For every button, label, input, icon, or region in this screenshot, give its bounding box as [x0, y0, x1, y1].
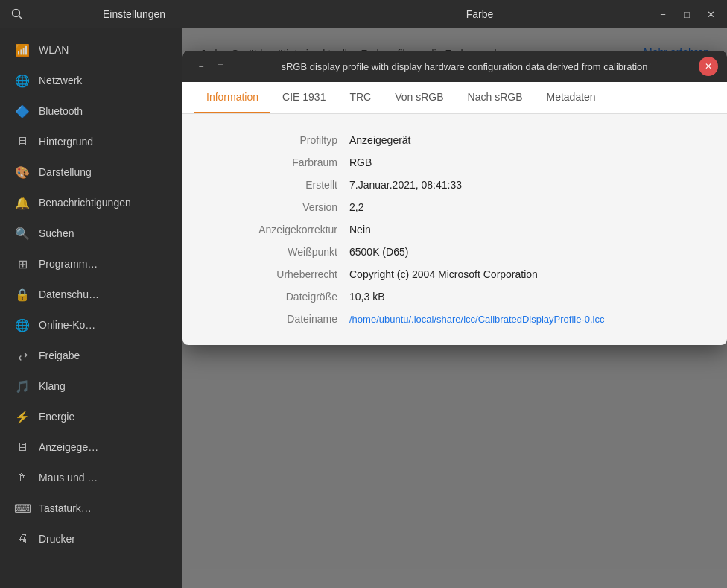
sidebar-item-label-benachrichtigungen: Benachrichtigungen: [39, 197, 131, 209]
suchen-icon: 🔍: [15, 226, 30, 241]
info-row: Weißpunkt6500K (D65): [200, 241, 709, 263]
sidebar: 📶 WLAN 🌐 Netzwerk 🔷 Bluetooth 🖥 Hintergr…: [0, 28, 182, 588]
info-row: UrheberrechtCopyright (c) 2004 Microsoft…: [200, 263, 709, 285]
info-label: Urheberrecht: [200, 268, 349, 280]
modal-title-bar: − □ sRGB display profile with display ha…: [182, 51, 727, 82]
sidebar-item-energie[interactable]: ⚡ Energie: [3, 402, 180, 431]
info-value: 2,2: [349, 201, 364, 213]
info-value: 6500K (D65): [349, 246, 408, 258]
info-value: Copyright (c) 2004 Microsoft Corporation: [349, 268, 538, 280]
tastatur-icon: ⌨: [15, 501, 30, 516]
sidebar-item-maus[interactable]: 🖱 Maus und …: [3, 463, 180, 493]
info-value: 10,3 kB: [349, 291, 384, 303]
sidebar-item-label-suchen: Suchen: [39, 227, 74, 239]
info-label: Anzeigekorrektur: [200, 224, 349, 235]
sidebar-item-anzeige[interactable]: 🖥 Anzeigege…: [3, 432, 180, 462]
sidebar-item-tastatur[interactable]: ⌨ Tastaturk…: [3, 493, 180, 523]
tab-cie1931[interactable]: CIE 1931: [270, 82, 337, 113]
tab-nachSrgb[interactable]: Nach sRGB: [456, 82, 535, 113]
benachrichtigungen-icon: 🔔: [15, 195, 30, 210]
info-row: Dateigröße10,3 kB: [200, 285, 709, 308]
app-title: Einstellungen: [0, 8, 307, 20]
sidebar-item-label-energie: Energie: [39, 411, 74, 423]
sidebar-item-label-darstellung: Darstellung: [39, 166, 92, 178]
sidebar-item-suchen[interactable]: 🔍 Suchen: [3, 218, 180, 248]
info-row: Version2,2: [200, 196, 709, 218]
klang-icon: 🎵: [15, 379, 30, 393]
info-value: RGB: [349, 157, 372, 168]
sidebar-item-freigabe[interactable]: ⇄ Freigabe: [3, 341, 180, 370]
info-value: Nein: [349, 224, 371, 235]
modal-title: sRGB display profile with display hardwa…: [230, 61, 699, 72]
info-row: AnzeigekorrekturNein: [200, 218, 709, 241]
maximize-button[interactable]: □: [676, 4, 697, 25]
sidebar-item-hintergrund[interactable]: 🖥 Hintergrund: [3, 127, 180, 157]
darstellung-icon: 🎨: [15, 165, 30, 180]
sidebar-item-label-maus: Maus und …: [39, 472, 98, 484]
freigabe-icon: ⇄: [15, 348, 30, 363]
content-area: 📶 WLAN 🌐 Netzwerk 🔷 Bluetooth 🖥 Hintergr…: [0, 28, 727, 588]
info-row: Dateiname/home/ubuntu/.local/share/icc/C…: [200, 308, 709, 330]
modal-close-button[interactable]: ✕: [699, 57, 718, 76]
info-row: FarbraumRGB: [200, 151, 709, 174]
sidebar-item-drucker[interactable]: 🖨 Drucker: [3, 524, 180, 554]
close-button[interactable]: ✕: [700, 4, 721, 25]
modal-minimize-button[interactable]: −: [191, 57, 211, 76]
sidebar-item-online[interactable]: 🌐 Online-Ko…: [3, 310, 180, 340]
info-label: Farbraum: [200, 157, 349, 168]
sidebar-item-darstellung[interactable]: 🎨 Darstellung: [3, 157, 180, 187]
sidebar-item-label-datenschutz: Datenschu…: [39, 288, 99, 300]
programme-icon: ⊞: [15, 256, 30, 271]
info-table: ProfiltypAnzeigegerätFarbraumRGBErstellt…: [200, 129, 709, 330]
minimize-button[interactable]: −: [653, 4, 673, 25]
modal-overlay: − □ sRGB display profile with display ha…: [182, 28, 727, 588]
modal-content: ProfiltypAnzeigegerätFarbraumRGBErstellt…: [182, 114, 727, 345]
bluetooth-icon: 🔷: [15, 104, 30, 118]
sidebar-item-benachrichtigungen[interactable]: 🔔 Benachrichtigungen: [3, 188, 180, 218]
info-value[interactable]: /home/ubuntu/.local/share/icc/Calibrated…: [349, 314, 605, 325]
sidebar-item-label-bluetooth: Bluetooth: [39, 105, 83, 117]
main-panel: Jedes Gerät benötigt ein aktuelles Farbp…: [182, 28, 727, 588]
info-label: Profiltyp: [200, 134, 349, 146]
modal-dialog: − □ sRGB display profile with display ha…: [182, 51, 727, 345]
tab-vonSrgb[interactable]: Von sRGB: [383, 82, 455, 113]
sidebar-item-label-drucker: Drucker: [39, 533, 75, 545]
info-label: Dateigröße: [200, 291, 349, 303]
energie-icon: ⚡: [15, 409, 30, 424]
sidebar-item-label-online: Online-Ko…: [39, 319, 95, 331]
tab-information[interactable]: Information: [194, 82, 270, 113]
modal-maximize-button[interactable]: □: [211, 57, 230, 76]
datenschutz-icon: 🔒: [15, 287, 30, 302]
sidebar-item-klang[interactable]: 🎵 Klang: [3, 371, 180, 401]
info-label: Erstellt: [200, 179, 349, 191]
sidebar-item-label-hintergrund: Hintergrund: [39, 136, 93, 148]
sidebar-item-label-klang: Klang: [39, 380, 66, 392]
info-value: Anzeigegerät: [349, 134, 411, 146]
info-label: Weißpunkt: [200, 246, 349, 258]
anzeige-icon: 🖥: [15, 440, 30, 455]
sidebar-item-label-tastatur: Tastaturk…: [39, 502, 92, 514]
window-title: Farbe: [307, 8, 653, 20]
netzwerk-icon: 🌐: [15, 73, 30, 88]
main-window: ☰ Einstellungen Farbe − □ ✕ 📶 WLAN 🌐 Net…: [0, 0, 727, 588]
drucker-icon: 🖨: [15, 531, 30, 546]
modal-tabs: InformationCIE 1931TRCVon sRGBNach sRGBM…: [182, 82, 727, 114]
sidebar-item-programme[interactable]: ⊞ Programm…: [3, 249, 180, 279]
sidebar-item-netzwerk[interactable]: 🌐 Netzwerk: [3, 66, 180, 95]
sidebar-item-label-netzwerk: Netzwerk: [39, 75, 82, 86]
info-label: Version: [200, 201, 349, 213]
sidebar-item-wlan[interactable]: 📶 WLAN: [3, 35, 180, 65]
sidebar-item-label-freigabe: Freigabe: [39, 350, 80, 361]
info-row: ProfiltypAnzeigegerät: [200, 129, 709, 151]
online-icon: 🌐: [15, 317, 30, 332]
title-bar: ☰ Einstellungen Farbe − □ ✕: [0, 0, 727, 28]
sidebar-item-datenschutz[interactable]: 🔒 Datenschu…: [3, 279, 180, 309]
tab-metadaten[interactable]: Metadaten: [535, 82, 608, 113]
sidebar-item-bluetooth[interactable]: 🔷 Bluetooth: [3, 96, 180, 126]
hintergrund-icon: 🖥: [15, 134, 30, 149]
sidebar-item-label-programme: Programm…: [39, 258, 98, 270]
info-value: 7.Januar.2021, 08:41:33: [349, 179, 462, 191]
info-label: Dateiname: [200, 313, 349, 325]
sidebar-item-label-wlan: WLAN: [39, 44, 69, 56]
tab-trc[interactable]: TRC: [337, 82, 383, 113]
